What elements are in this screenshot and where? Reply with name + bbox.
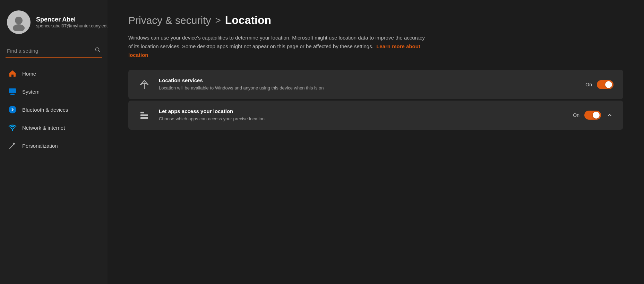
breadcrumb-separator: > <box>215 15 221 26</box>
page-description: Windows can use your device's capabiliti… <box>128 34 427 59</box>
location-services-title: Location services <box>159 77 577 83</box>
apps-icon <box>138 109 151 121</box>
svg-rect-5 <box>11 94 14 94</box>
svg-rect-12 <box>140 112 144 113</box>
search-container <box>0 41 108 64</box>
breadcrumb-parent: Privacy & security <box>128 15 211 26</box>
search-box <box>6 44 102 58</box>
sidebar-item-network-label: Network & internet <box>22 125 65 131</box>
avatar <box>7 10 31 34</box>
location-services-text: Location services Location will be avail… <box>159 77 577 92</box>
system-icon <box>8 87 17 96</box>
sidebar-item-network[interactable]: Network & internet <box>0 119 108 137</box>
sidebar-item-home-label: Home <box>22 71 36 77</box>
location-services-card: Location services Location will be avail… <box>128 70 623 99</box>
apps-location-card: Let apps access your location Choose whi… <box>128 101 623 130</box>
toggle-knob <box>605 81 612 88</box>
sidebar-item-system[interactable]: System <box>0 83 108 101</box>
apps-location-chevron[interactable] <box>606 111 613 119</box>
apps-toggle-knob <box>593 112 600 119</box>
user-info: Spencer Abel spencer.abel07@myhunter.cun… <box>36 16 109 28</box>
sidebar-item-personalization[interactable]: Personalization <box>0 137 108 155</box>
svg-point-0 <box>15 17 23 24</box>
sidebar-item-system-label: System <box>22 89 40 95</box>
user-profile: Spencer Abel spencer.abel07@myhunter.cun… <box>0 7 108 41</box>
apps-location-toggle-label: On <box>573 112 579 118</box>
bluetooth-icon <box>8 105 17 114</box>
sidebar: Spencer Abel spencer.abel07@myhunter.cun… <box>0 0 108 284</box>
location-icon <box>138 78 151 91</box>
svg-rect-4 <box>9 88 16 93</box>
sidebar-item-personalization-label: Personalization <box>22 143 58 149</box>
location-services-toggle-label: On <box>585 82 592 87</box>
sidebar-item-home[interactable]: Home <box>0 64 108 83</box>
apps-location-title: Let apps access your location <box>159 108 565 114</box>
apps-location-subtitle: Choose which apps can access your precis… <box>159 115 565 122</box>
personalization-icon <box>8 141 17 150</box>
svg-line-3 <box>99 51 100 52</box>
home-icon <box>8 69 17 78</box>
apps-location-toggle[interactable] <box>584 111 601 120</box>
sidebar-nav: Home System <box>0 64 108 155</box>
user-name: Spencer Abel <box>36 16 109 23</box>
user-email: spencer.abel07@myhunter.cuny.edu <box>36 23 109 28</box>
breadcrumb: Privacy & security > Location <box>128 14 623 27</box>
apps-location-text: Let apps access your location Choose whi… <box>159 108 565 122</box>
svg-point-7 <box>9 106 16 113</box>
network-icon <box>8 123 17 132</box>
search-icon <box>95 47 101 54</box>
svg-point-1 <box>13 24 25 31</box>
sidebar-item-bluetooth[interactable]: Bluetooth & devices <box>0 101 108 119</box>
location-services-subtitle: Location will be available to Windows an… <box>159 85 577 92</box>
main-content: Privacy & security > Location Windows ca… <box>108 0 644 284</box>
apps-location-controls: On <box>573 111 613 120</box>
breadcrumb-current: Location <box>225 14 271 27</box>
svg-rect-6 <box>10 94 15 95</box>
sidebar-item-bluetooth-label: Bluetooth & devices <box>22 107 68 113</box>
svg-rect-13 <box>140 114 148 116</box>
location-services-controls: On <box>585 80 613 89</box>
search-input[interactable] <box>7 48 92 54</box>
location-services-toggle[interactable] <box>597 80 613 89</box>
svg-rect-14 <box>140 117 148 119</box>
